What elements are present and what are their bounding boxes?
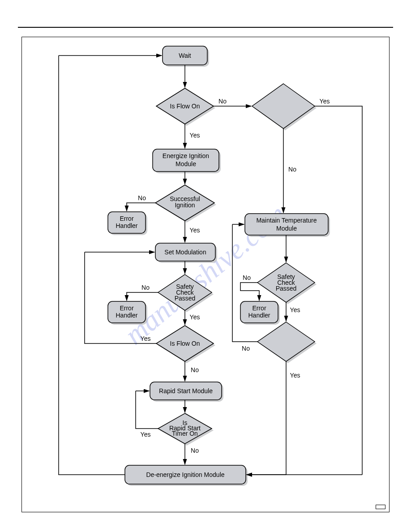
- svg-text:No: No: [191, 366, 199, 373]
- svg-text:Handler: Handler: [248, 312, 270, 319]
- svg-text:Error: Error: [120, 305, 133, 312]
- node-wait: Wait: [179, 52, 191, 59]
- svg-text:Yes: Yes: [190, 132, 200, 139]
- svg-text:Error: Error: [252, 305, 266, 312]
- svg-text:Yes: Yes: [320, 98, 330, 105]
- svg-text:Yes: Yes: [141, 335, 151, 342]
- page-number: [376, 505, 385, 509]
- svg-text:Error: Error: [120, 215, 133, 222]
- svg-text:No: No: [191, 447, 199, 454]
- svg-text:No: No: [243, 274, 251, 281]
- svg-text:No: No: [218, 98, 227, 105]
- svg-text:No: No: [138, 194, 146, 202]
- svg-text:Handler: Handler: [116, 222, 137, 229]
- svg-text:Handler: Handler: [116, 312, 137, 319]
- node-isflow1: Is Flow On: [170, 103, 200, 110]
- svg-text:No: No: [141, 284, 150, 291]
- svg-text:Yes: Yes: [290, 306, 300, 313]
- svg-text:Passed: Passed: [175, 295, 196, 302]
- node-rapid: Rapid Start Module: [159, 387, 213, 395]
- svg-text:Module: Module: [276, 225, 297, 232]
- node-energize-l1: Energize Ignition: [163, 152, 209, 159]
- node-setmod: Set Modulation: [164, 249, 206, 256]
- svg-text:Module: Module: [176, 160, 196, 167]
- svg-text:Ignition: Ignition: [175, 202, 195, 209]
- flowchart: Wait Is Flow On Energize Ignition Module…: [22, 37, 389, 512]
- svg-text:No: No: [288, 166, 296, 173]
- svg-text:Yes: Yes: [141, 431, 151, 438]
- svg-text:Yes: Yes: [190, 313, 200, 321]
- svg-text:Timer On: Timer On: [172, 430, 198, 437]
- node-deenergize: De-energize Ignition Module: [146, 471, 224, 478]
- svg-text:Yes: Yes: [290, 372, 300, 379]
- svg-text:Yes: Yes: [190, 227, 200, 234]
- svg-text:Passed: Passed: [276, 285, 297, 292]
- svg-text:No: No: [242, 345, 250, 352]
- svg-text:Maintain Temperature: Maintain Temperature: [256, 217, 317, 224]
- node-isflow2: Is Flow On: [170, 340, 200, 347]
